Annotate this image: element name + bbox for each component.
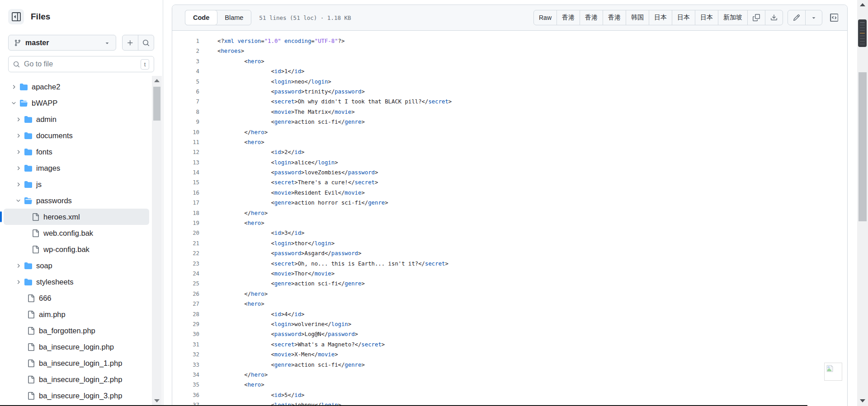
sidebar-scroll-up-arrow[interactable] [152, 77, 162, 84]
line-number[interactable]: 6 [172, 87, 202, 97]
line-number[interactable]: 31 [172, 340, 202, 350]
search-this-repo-button[interactable] [138, 35, 154, 50]
line-number[interactable]: 8 [172, 107, 202, 117]
tree-item-js[interactable]: js [4, 176, 149, 192]
tree-item-aim.php[interactable]: aim.php [4, 306, 149, 322]
line-number[interactable]: 25 [172, 279, 202, 289]
line-number[interactable]: 36 [172, 390, 202, 400]
line-number[interactable]: 35 [172, 380, 202, 390]
line-number[interactable]: 27 [172, 299, 202, 309]
tree-item-bWAPP[interactable]: bWAPP [4, 95, 149, 111]
line-number[interactable]: 34 [172, 370, 202, 380]
line-number[interactable]: 23 [172, 259, 202, 269]
line-number[interactable]: 19 [172, 218, 202, 228]
line-number[interactable]: 10 [172, 127, 202, 137]
code-line: 36 <id>5</id> [172, 390, 847, 400]
tree-item-documents[interactable]: documents [4, 127, 149, 144]
tree-item-label: aim.php [39, 310, 66, 319]
tree-item-label: heroes.xml [43, 213, 80, 221]
tree-item-passwords[interactable]: passwords [4, 192, 149, 209]
edit-file-button[interactable] [788, 10, 805, 25]
line-number[interactable]: 26 [172, 289, 202, 299]
action-button-日本[interactable]: 日本 [695, 10, 718, 25]
code-line-text: </hero> [202, 127, 268, 137]
line-number[interactable]: 16 [172, 188, 202, 198]
line-number[interactable]: 18 [172, 208, 202, 218]
file-header-toolbar: Code Blame 51 lines (51 loc) · 1.18 KB R… [172, 5, 847, 31]
line-number[interactable]: 1 [172, 36, 202, 46]
action-button-韩国[interactable]: 韩国 [626, 10, 649, 25]
line-number[interactable]: 14 [172, 168, 202, 177]
tree-item-web.config.bak[interactable]: web.config.bak [4, 225, 149, 241]
scroll-marker-widget[interactable] [858, 19, 867, 47]
tree-item-heroes.xml[interactable]: heroes.xml [4, 209, 149, 225]
tree-item-fonts[interactable]: fonts [4, 144, 149, 160]
raw-button[interactable]: Raw [534, 10, 557, 25]
sidebar-scrollbar[interactable] [152, 76, 162, 406]
tree-item-apache2[interactable]: apache2 [4, 79, 149, 95]
tree-item-wp-config.bak[interactable]: wp-config.bak [4, 241, 149, 257]
download-raw-file-button[interactable] [765, 10, 783, 25]
tab-code[interactable]: Code [185, 10, 217, 25]
collapse-sidebar-button[interactable] [8, 9, 24, 24]
line-number[interactable]: 11 [172, 137, 202, 147]
browser-scrollbar[interactable] [857, 0, 868, 406]
line-number[interactable]: 7 [172, 97, 202, 107]
line-number[interactable]: 12 [172, 147, 202, 157]
tree-item-666[interactable]: 666 [4, 290, 149, 306]
line-number[interactable]: 17 [172, 198, 202, 208]
line-number[interactable]: 22 [172, 248, 202, 258]
tree-item-ba_insecure_login_3.php[interactable]: ba_insecure_login_3.php [4, 387, 149, 404]
line-number[interactable]: 30 [172, 329, 202, 339]
line-number[interactable]: 20 [172, 228, 202, 238]
code-line-text: <movie>Resident Evil</movie> [202, 188, 365, 198]
new-file-button[interactable] [123, 35, 138, 50]
line-number[interactable]: 33 [172, 360, 202, 370]
line-number[interactable]: 5 [172, 77, 202, 87]
symbols-panel-button[interactable] [827, 10, 841, 25]
tree-item-stylesheets[interactable]: stylesheets [4, 274, 149, 290]
tab-blame[interactable]: Blame [217, 10, 251, 25]
scrollbar-thumb[interactable] [859, 72, 867, 221]
tree-item-admin[interactable]: admin [4, 111, 149, 127]
line-number[interactable]: 29 [172, 319, 202, 329]
line-number[interactable]: 13 [172, 158, 202, 168]
line-number[interactable]: 24 [172, 269, 202, 279]
tree-item-ba_forgotten.php[interactable]: ba_forgotten.php [4, 322, 149, 339]
folder-icon [24, 278, 32, 286]
edit-dropdown-button[interactable] [805, 10, 822, 25]
tree-item-soap[interactable]: soap [4, 257, 149, 274]
code-line: 27 <hero> [172, 299, 847, 309]
line-number[interactable]: 21 [172, 238, 202, 248]
action-button-日本[interactable]: 日本 [672, 10, 695, 25]
branch-selector[interactable]: master [8, 35, 116, 51]
line-number[interactable]: 9 [172, 117, 202, 127]
sidebar-scroll-down-arrow[interactable] [152, 397, 162, 404]
edit-file-group [788, 10, 822, 25]
tree-item-ba_insecure_login_2.php[interactable]: ba_insecure_login_2.php [4, 371, 149, 387]
line-number[interactable]: 4 [172, 66, 202, 76]
line-number[interactable]: 2 [172, 46, 202, 56]
scroll-down-arrow[interactable] [857, 397, 868, 404]
code-line-text: <id>4</id> [202, 309, 305, 319]
go-to-file-input[interactable]: Go to file t [8, 56, 154, 72]
copy-raw-content-button[interactable] [747, 10, 765, 25]
line-number[interactable]: 15 [172, 177, 202, 187]
action-button-日本[interactable]: 日本 [649, 10, 672, 25]
line-number[interactable]: 3 [172, 56, 202, 66]
code-line: 32 <movie>X-Men</movie> [172, 350, 847, 359]
code-line-text: <secret>Oh, no... this is Earth... isn't… [202, 259, 448, 269]
action-button-香港[interactable]: 香港 [603, 10, 626, 25]
code-line: 28 <id>4</id> [172, 309, 847, 319]
line-number[interactable]: 28 [172, 309, 202, 319]
tree-item-ba_insecure_login_1.php[interactable]: ba_insecure_login_1.php [4, 355, 149, 371]
tree-item-ba_insecure_login.php[interactable]: ba_insecure_login.php [4, 339, 149, 355]
line-number[interactable]: 32 [172, 350, 202, 359]
file-icon [27, 392, 35, 400]
action-button-新加坡[interactable]: 新加坡 [718, 10, 747, 25]
action-button-香港[interactable]: 香港 [580, 10, 603, 25]
tree-item-images[interactable]: images [4, 160, 149, 176]
sidebar-scrollbar-thumb[interactable] [153, 87, 160, 121]
action-button-香港[interactable]: 香港 [557, 10, 580, 25]
scroll-up-arrow[interactable] [857, 1, 868, 8]
